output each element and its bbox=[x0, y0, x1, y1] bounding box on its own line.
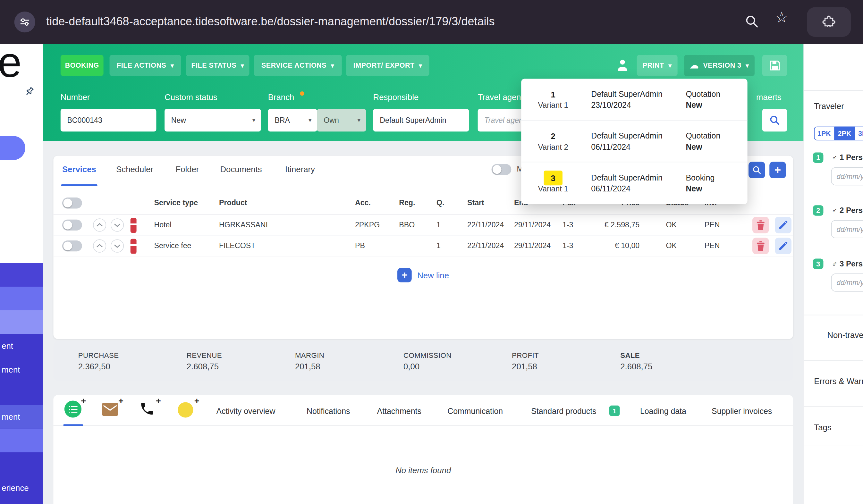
bookmark-star-icon[interactable]: ☆ bbox=[775, 11, 788, 25]
service-type: Hotel bbox=[154, 214, 172, 235]
tab-supplier-invoices[interactable]: Supplier invoices bbox=[712, 403, 772, 419]
puzzle-icon bbox=[822, 15, 836, 29]
tab-activity-overview[interactable]: Activity overview bbox=[216, 403, 275, 419]
add-email-plus[interactable]: + bbox=[118, 396, 124, 406]
move-up-button[interactable] bbox=[93, 239, 106, 253]
nav-item-label-fragment[interactable]: ment bbox=[0, 358, 43, 381]
activity-card: + + + + Activity overview Notifications … bbox=[53, 395, 793, 504]
version-option-3-selected[interactable]: 3 Variant 1 Default SuperAdmin 06/11/202… bbox=[521, 162, 747, 204]
add-call-plus[interactable]: + bbox=[156, 396, 161, 406]
section-non-travelers[interactable]: Non-travelers bbox=[827, 330, 863, 340]
tab-notifications[interactable]: Notifications bbox=[307, 403, 350, 419]
tab-scheduler[interactable]: Scheduler bbox=[116, 162, 153, 177]
tab-standard-products[interactable]: Standard products bbox=[531, 403, 596, 419]
move-down-button[interactable] bbox=[111, 218, 124, 231]
section-errors-warnings[interactable]: Errors & Warnings bbox=[814, 376, 863, 386]
add-note-button[interactable] bbox=[178, 402, 193, 418]
custom-status-select[interactable]: New ▾ bbox=[164, 109, 261, 131]
nav-item[interactable] bbox=[0, 429, 43, 452]
margin-toggle[interactable] bbox=[492, 164, 512, 175]
responsible-input[interactable] bbox=[373, 109, 469, 131]
traveler-2-birthdate-input[interactable] bbox=[831, 220, 863, 238]
total-label: MARGIN bbox=[295, 351, 403, 360]
col-acc: Acc. bbox=[355, 191, 371, 214]
print-menu[interactable]: PRINT ▾ bbox=[637, 55, 678, 76]
tab-attachments[interactable]: Attachments bbox=[377, 403, 422, 419]
trash-icon bbox=[756, 220, 765, 230]
save-button[interactable] bbox=[762, 55, 787, 76]
pencil-icon bbox=[779, 220, 787, 229]
nav-item-label-fragment[interactable]: erience bbox=[0, 476, 43, 500]
services-search-button[interactable] bbox=[749, 162, 765, 178]
row-toggle[interactable] bbox=[62, 240, 82, 251]
standard-products-badge: 1 bbox=[609, 406, 620, 416]
edit-button[interactable] bbox=[775, 217, 791, 233]
trash-icon bbox=[756, 241, 765, 251]
name-fragment: maerts bbox=[756, 92, 781, 102]
traveler-1-birthdate-input[interactable] bbox=[831, 167, 863, 186]
zoom-icon[interactable] bbox=[745, 14, 759, 31]
section-tags[interactable]: Tags bbox=[814, 423, 831, 432]
sidebar-action-button[interactable] bbox=[0, 136, 25, 160]
tab-itinerary[interactable]: Itinerary bbox=[285, 162, 315, 177]
file-actions-label: FILE ACTIONS bbox=[117, 62, 166, 69]
delete-button[interactable] bbox=[752, 217, 769, 233]
address-bar[interactable]: tide-default3468-acceptance.tidesoftware… bbox=[46, 15, 495, 28]
nav-item[interactable] bbox=[0, 287, 43, 310]
number-input[interactable] bbox=[61, 109, 157, 131]
service-actions-menu[interactable]: SERVICE ACTIONS ▾ bbox=[254, 55, 342, 76]
add-note-plus[interactable]: + bbox=[194, 396, 199, 406]
file-actions-menu[interactable]: FILE ACTIONS ▾ bbox=[110, 55, 181, 76]
tab-documents[interactable]: Documents bbox=[220, 162, 262, 177]
phone-icon bbox=[139, 401, 154, 416]
select-all-toggle[interactable] bbox=[62, 198, 82, 209]
search-button[interactable] bbox=[762, 109, 787, 131]
version-number-cell: 1 Variant 1 bbox=[521, 89, 585, 109]
traveler-3-birthdate-input[interactable] bbox=[831, 274, 863, 292]
services-add-button[interactable]: + bbox=[770, 162, 786, 178]
app-logo: e bbox=[0, 44, 22, 88]
pk-tab-3[interactable]: 3PK bbox=[855, 127, 863, 140]
add-task-plus[interactable]: + bbox=[81, 396, 86, 406]
tab-folder[interactable]: Folder bbox=[175, 162, 199, 177]
move-down-button[interactable] bbox=[111, 239, 124, 253]
nav-item[interactable] bbox=[0, 310, 43, 334]
nav-item-label-fragment[interactable]: ment bbox=[0, 405, 43, 429]
traveler-1-label: ♂ 1 Person bbox=[831, 153, 863, 162]
file-status-menu[interactable]: FILE STATUS ▾ bbox=[186, 55, 249, 76]
tab-loading-data[interactable]: Loading data bbox=[640, 403, 686, 419]
new-line-button[interactable]: + New line bbox=[53, 268, 793, 282]
row-toggle[interactable] bbox=[62, 219, 82, 230]
tab-services[interactable]: Services bbox=[62, 162, 96, 177]
product: FILECOST bbox=[219, 236, 255, 256]
nav-item[interactable] bbox=[0, 263, 43, 287]
own-select[interactable]: Own ▾ bbox=[317, 109, 366, 131]
pax: 1-3 bbox=[563, 236, 573, 256]
version-user-cell: Default SuperAdmin 06/11/2024 bbox=[585, 131, 679, 151]
site-info-button[interactable] bbox=[14, 12, 35, 33]
move-up-button[interactable] bbox=[93, 218, 106, 231]
import-export-menu[interactable]: IMPORT/ EXPORT ▾ bbox=[346, 55, 429, 76]
version-option-2[interactable]: 2 Variant 2 Default SuperAdmin 06/11/202… bbox=[521, 121, 747, 162]
add-email-button[interactable] bbox=[102, 403, 118, 418]
booking-status-button[interactable]: BOOKING bbox=[61, 55, 103, 76]
version-status: New bbox=[686, 142, 720, 151]
add-call-button[interactable] bbox=[139, 401, 154, 419]
branch-select[interactable]: BRA ▾ bbox=[268, 109, 317, 131]
nav-item-label-fragment[interactable]: ent bbox=[0, 334, 43, 358]
version-option-1[interactable]: 1 Variant 1 Default SuperAdmin 23/10/202… bbox=[521, 78, 747, 120]
edit-button[interactable] bbox=[775, 238, 791, 254]
pk-tab-1[interactable]: 1PK bbox=[814, 127, 834, 140]
tab-communication[interactable]: Communication bbox=[447, 403, 503, 419]
version-number-highlighted: 3 bbox=[543, 174, 563, 183]
delete-button[interactable] bbox=[752, 238, 769, 254]
add-task-button[interactable] bbox=[64, 401, 82, 417]
version-date: 06/11/2024 bbox=[591, 142, 679, 151]
user-icon[interactable] bbox=[616, 58, 629, 74]
version-menu[interactable]: ☁ VERSION 3 ▾ bbox=[684, 55, 754, 76]
pk-tab-2-active[interactable]: 2PK bbox=[835, 127, 855, 140]
branch-value: BRA bbox=[275, 116, 290, 124]
extensions-button[interactable] bbox=[807, 7, 851, 37]
end-date: 29/11/2024 bbox=[514, 214, 551, 235]
pin-icon[interactable] bbox=[20, 84, 37, 101]
